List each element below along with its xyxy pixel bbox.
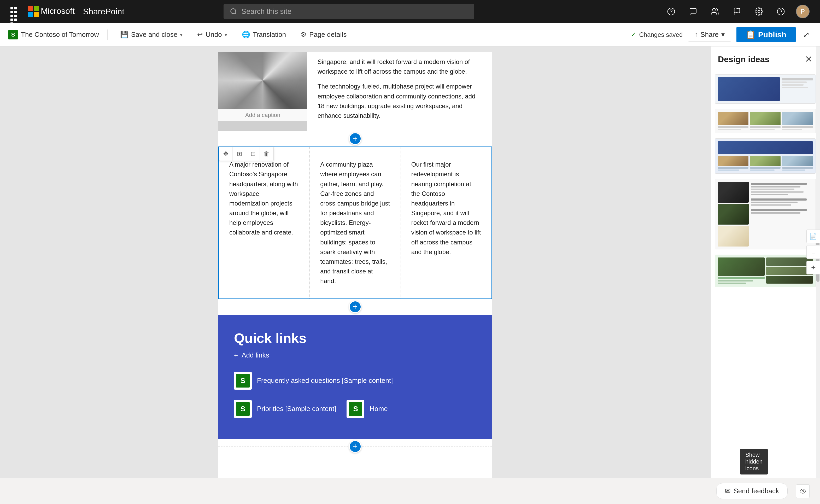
col1-text: A major renovation of Contoso's Singapor… <box>229 160 299 237</box>
publish-button[interactable]: 📋 Publish <box>736 27 796 42</box>
search-input[interactable] <box>242 7 468 16</box>
link-icon-3: S <box>347 400 364 418</box>
section-adjust-button[interactable]: ⊞ <box>233 147 246 161</box>
toolbar-right-group: ✓ Changes saved ↑ Share ▾ 📋 Publish ⤢ <box>631 27 812 42</box>
section-delete-button[interactable]: 🗑 <box>260 147 273 161</box>
show-hidden-tooltip: Show hidden icons <box>740 449 768 474</box>
top-navigation: Microsoft SharePoint <box>0 0 820 23</box>
column-3[interactable]: Our first major redevelopment is nearing… <box>401 147 491 298</box>
feedback-icon: ✉ <box>725 487 731 495</box>
send-feedback-button[interactable]: ✉ Send feedback <box>716 483 788 499</box>
publish-label: Publish <box>758 30 786 39</box>
page-content: Add a caption Singapore, and it will roc… <box>218 52 492 499</box>
edge-filter-icon[interactable]: ≡ <box>806 245 820 259</box>
panel-close-button[interactable]: ✕ <box>805 54 813 65</box>
links-row: S Frequently asked questions [Sample con… <box>234 372 476 418</box>
link-item-3[interactable]: S Home <box>347 400 388 418</box>
design-idea-4[interactable] <box>715 179 816 249</box>
design-idea-3[interactable] <box>715 138 816 174</box>
design-idea-5[interactable] <box>715 255 816 287</box>
link-icon-2: S <box>234 400 252 418</box>
nav-icon-group: P <box>664 5 810 18</box>
add-section-button-1[interactable]: + <box>349 132 361 145</box>
people-icon[interactable] <box>708 5 722 18</box>
avatar[interactable]: P <box>796 5 810 18</box>
design-idea-1[interactable] <box>715 74 816 104</box>
paragraph-1[interactable]: Singapore, and it will rocket forward a … <box>318 57 482 76</box>
quick-links-section: Quick links + Add links S Frequently ask… <box>218 315 492 439</box>
microsoft-logo[interactable]: Microsoft <box>28 6 75 17</box>
publish-icon: 📋 <box>746 30 755 39</box>
link-icon-1: S <box>234 372 252 390</box>
translation-button[interactable]: 🌐 Translation <box>238 28 290 41</box>
add-section-button-2[interactable]: + <box>349 301 361 313</box>
right-edge-buttons: 📄 ≡ ✦ <box>806 230 820 274</box>
edge-page-icon[interactable]: 📄 <box>806 230 820 243</box>
translation-label: Translation <box>253 31 286 39</box>
link-icon-inner-2: S <box>236 402 250 416</box>
search-bar[interactable] <box>224 4 474 19</box>
design-ideas-list <box>711 70 820 504</box>
save-close-button[interactable]: 💾 Save and close ▾ <box>116 28 187 41</box>
svg-rect-0 <box>28 6 33 11</box>
panel-header: Design ideas ✕ <box>711 46 820 70</box>
column-1[interactable]: A major renovation of Contoso's Singapor… <box>219 147 310 298</box>
page-brand[interactable]: S The Contoso of Tomorrow <box>8 30 99 39</box>
show-hidden-icons-button[interactable] <box>796 484 810 498</box>
editor-toolbar: S The Contoso of Tomorrow 💾 Save and clo… <box>0 23 820 46</box>
bottom-bar: ✉ Send feedback Show hidden icons <box>0 478 820 504</box>
page-title: The Contoso of Tomorrow <box>21 31 99 39</box>
edge-star-icon[interactable]: ✦ <box>806 261 820 274</box>
link-icon-letter-1: S <box>241 377 245 385</box>
app-launcher-button[interactable] <box>10 7 20 16</box>
flag-icon[interactable] <box>730 5 744 18</box>
add-section-above-cols: + <box>218 131 492 146</box>
save-close-label: Save and close <box>131 31 178 39</box>
link-item-1[interactable]: S Frequently asked questions [Sample con… <box>234 372 393 390</box>
paragraph-2[interactable]: The technology-fueled, multiphase projec… <box>318 81 482 120</box>
plus-icon: + <box>234 351 238 359</box>
staircase-image <box>218 52 307 109</box>
section-move-button[interactable]: ✥ <box>219 147 233 161</box>
share-label: Share <box>700 31 718 39</box>
link-label-1: Frequently asked questions [Sample conte… <box>257 376 393 385</box>
svg-point-8 <box>713 8 716 11</box>
question-icon[interactable] <box>774 5 788 18</box>
svg-point-10 <box>758 10 760 13</box>
column-2[interactable]: A community plaza where employees can ga… <box>310 147 401 298</box>
share-chevron-icon: ▾ <box>721 31 725 39</box>
link-icon-inner-1: S <box>236 374 250 388</box>
link-label-2: Priorities [Sample content] <box>257 405 336 413</box>
editor-area[interactable]: Add a caption Singapore, and it will roc… <box>0 46 710 504</box>
svg-rect-1 <box>34 6 39 11</box>
design-ideas-panel: Design ideas ✕ <box>710 46 820 504</box>
page-details-icon: ⚙ <box>301 31 307 39</box>
feedback-label: Send feedback <box>734 487 779 495</box>
image-block: Add a caption <box>218 52 307 131</box>
three-columns: A major renovation of Contoso's Singapor… <box>219 147 491 298</box>
section-copy-button[interactable]: ⊡ <box>246 147 260 161</box>
settings-icon[interactable] <box>752 5 766 18</box>
image-caption[interactable]: Add a caption <box>218 109 307 121</box>
brand-icon: S <box>8 30 18 39</box>
save-icon: 💾 <box>120 31 128 39</box>
panel-scroll-track <box>816 46 820 504</box>
three-col-section: ✥ ⊞ ⊡ 🗑 A major renovation of Contoso's … <box>218 146 492 299</box>
undo-label: Undo <box>206 31 222 39</box>
toolbar-separator <box>107 30 108 40</box>
link-item-2[interactable]: S Priorities [Sample content] <box>234 400 336 418</box>
help-circle-icon[interactable] <box>664 5 678 18</box>
add-links-label: Add links <box>242 351 269 359</box>
quick-links-title: Quick links <box>234 330 476 346</box>
collapse-button[interactable]: ⤢ <box>801 28 812 41</box>
share-button[interactable]: ↑ Share ▾ <box>688 28 731 42</box>
add-section-bottom: + <box>218 439 492 454</box>
chat-icon[interactable] <box>686 5 700 18</box>
undo-button[interactable]: ↩ Undo ▾ <box>193 28 231 41</box>
page-details-button[interactable]: ⚙ Page details <box>296 28 351 41</box>
add-section-button-3[interactable]: + <box>349 440 361 453</box>
svg-point-6 <box>668 8 675 15</box>
add-links-button[interactable]: + Add links <box>234 351 269 359</box>
changes-saved-label: Changes saved <box>639 31 683 38</box>
design-idea-2[interactable] <box>715 109 816 133</box>
